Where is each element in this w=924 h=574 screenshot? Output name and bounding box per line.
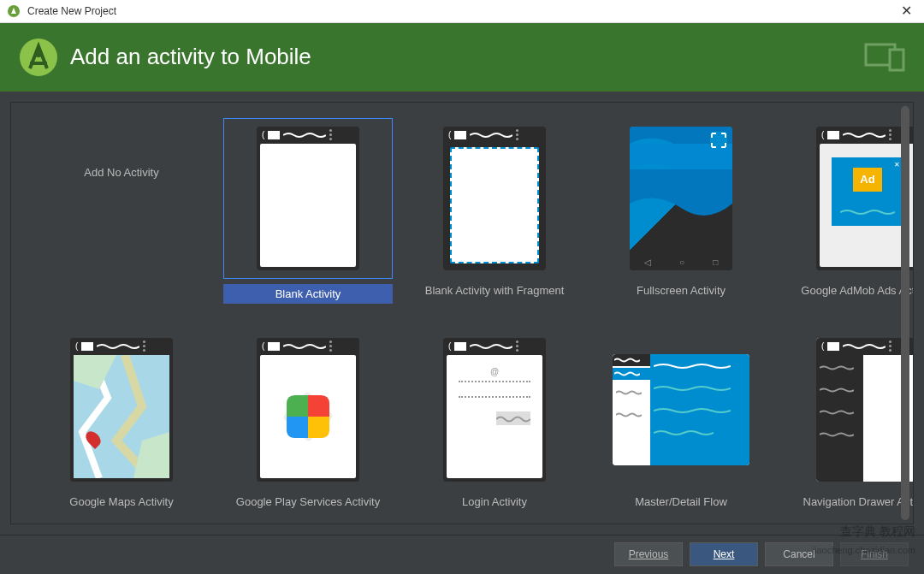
activity-label: Blank Activity: [223, 284, 393, 304]
activity-tile-admob[interactable]: (Ad✕Google AdMob Ads Activity: [783, 118, 914, 304]
activity-tile-blank[interactable]: (Blank Activity: [223, 118, 393, 304]
wizard-header: Add an activity to Mobile: [0, 23, 924, 92]
activity-thumb: (: [37, 329, 206, 490]
activity-thumb: [596, 329, 766, 490]
activity-label: Google Maps Activity: [69, 495, 173, 508]
wizard-window: Create New Project ✕ Add an activity to …: [0, 0, 924, 574]
activity-thumb: (Ad✕: [783, 118, 914, 279]
activity-label: Fullscreen Activity: [637, 284, 726, 297]
scrollbar[interactable]: [901, 106, 909, 520]
svg-point-2: [35, 50, 42, 57]
activity-tile-fullscreen[interactable]: ◁○□Fullscreen Activity: [596, 118, 766, 304]
device-icon: [864, 43, 907, 72]
activity-thumb: ◁○□: [596, 118, 766, 279]
activity-tile-login[interactable]: (@Login Activity: [410, 329, 579, 508]
activity-gallery: Add No Activity(Blank Activity(Blank Act…: [10, 102, 914, 524]
activity-label: Google AdMob Ads Activity: [801, 284, 914, 297]
cancel-button[interactable]: Cancel: [765, 542, 833, 566]
activity-thumb: (@: [410, 329, 579, 490]
page-title: Add an activity to Mobile: [70, 44, 864, 70]
wizard-footer: Previous Next Cancel Finish: [0, 535, 924, 574]
window-title: Create New Project: [27, 5, 896, 17]
activity-tile-nav[interactable]: (Navigation Drawer Activity: [783, 329, 914, 508]
android-studio-logo-icon: [17, 36, 60, 79]
activity-label: Add No Activity: [84, 166, 158, 179]
finish-button: Finish: [840, 542, 909, 566]
activity-label: Login Activity: [462, 495, 527, 508]
activity-tile-master[interactable]: Master/Detail Flow: [596, 329, 766, 508]
app-icon: [7, 4, 21, 18]
content-area: Add No Activity(Blank Activity(Blank Act…: [0, 92, 924, 535]
activity-label: Google Play Services Activity: [236, 495, 380, 508]
svg-rect-4: [890, 50, 903, 70]
next-button[interactable]: Next: [690, 542, 758, 566]
close-icon[interactable]: ✕: [896, 3, 917, 19]
activity-thumb: (: [223, 329, 393, 490]
activity-thumb: (: [410, 118, 579, 279]
activity-tile-none[interactable]: Add No Activity: [37, 118, 206, 304]
titlebar: Create New Project ✕: [0, 0, 924, 23]
activity-tile-play[interactable]: (Google Play Services Activity: [223, 329, 393, 508]
activity-label: Navigation Drawer Activity: [803, 495, 915, 508]
activity-label: Master/Detail Flow: [635, 495, 727, 508]
activity-label: Blank Activity with Fragment: [425, 284, 565, 297]
activity-thumb: (: [223, 118, 393, 279]
activity-tile-fragment[interactable]: (Blank Activity with Fragment: [410, 118, 579, 304]
activity-thumb: (: [783, 329, 914, 490]
activity-tile-maps[interactable]: (Google Maps Activity: [37, 329, 206, 508]
previous-button[interactable]: Previous: [614, 542, 683, 566]
